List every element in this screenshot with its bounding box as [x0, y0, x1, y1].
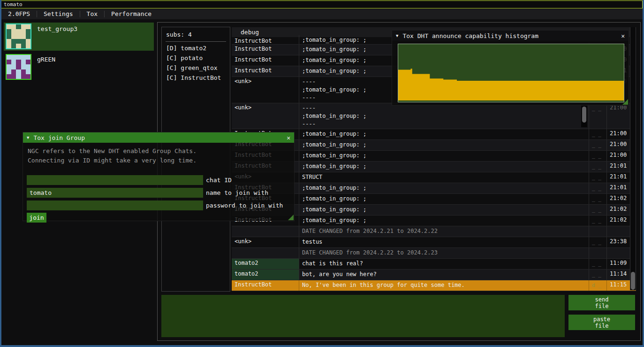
- frame-left: [0, 0, 1, 347]
- avatar-pixel: [26, 74, 30, 79]
- avatar-pixel: [7, 60, 11, 64]
- status-marks: _ _: [589, 140, 606, 150]
- window-title: tomato: [4, 1, 23, 8]
- avatar-pixel: [26, 24, 30, 29]
- timestamp: [606, 248, 629, 258]
- status-marks: _ _: [589, 172, 606, 183]
- fps-indicator: 2.0FPS: [1, 9, 37, 19]
- contact-row-test_group3[interactable]: test_group3: [4, 23, 154, 51]
- avatar-pixel: [16, 74, 21, 79]
- avatar-pixel: [16, 55, 21, 60]
- avatar-pixel: [21, 24, 26, 29]
- menu-item-settings[interactable]: Settings: [37, 9, 80, 19]
- avatar-pixel: [16, 34, 21, 39]
- avatar-pixel: [11, 44, 16, 48]
- histogram-plot: [398, 44, 624, 102]
- status-marks: _ _: [589, 259, 606, 269]
- message-line: ;tomato_in_group: ;: [302, 184, 586, 192]
- status-marks: [589, 226, 606, 237]
- contact-row-gREEN[interactable]: gREEN: [4, 53, 154, 81]
- message-cell: ;tomato_in_group: ;: [299, 151, 589, 161]
- timestamp: 21:00: [606, 103, 629, 129]
- avatar-pixel: [11, 39, 16, 44]
- avatar-pixel: [11, 74, 16, 79]
- avatar-pixel: [26, 60, 30, 64]
- avatar-pixel: [21, 29, 26, 34]
- window-titlebar[interactable]: tomato: [1, 0, 643, 8]
- avatar-pixel: [11, 69, 16, 74]
- avatar-pixel: [7, 34, 11, 39]
- status-marks: [589, 248, 606, 258]
- message-row[interactable]: DATE CHANGED from 2024.2.21 to 2024.2.22: [232, 226, 636, 237]
- message-row[interactable]: tomato2chat is this real?_ _11:09: [232, 259, 636, 270]
- menu-item-performance[interactable]: Performance: [105, 9, 158, 19]
- member-item[interactable]: [D] tomato2: [166, 45, 230, 52]
- timestamp: 21:00: [606, 129, 629, 139]
- status-marks: _ _: [589, 205, 606, 215]
- sender-cell: InstructBot: [232, 55, 299, 66]
- histogram-area-chart: [398, 44, 624, 102]
- message-cell: ;tomato_in_group: ;: [299, 194, 589, 204]
- message-line: DATE CHANGED from 2024.2.21 to 2024.2.22: [302, 227, 586, 235]
- paste-file-button[interactable]: paste file: [568, 315, 635, 330]
- timestamp: 11:14: [606, 270, 629, 280]
- ngc-description-line2: Connecting via ID might take a very long…: [28, 156, 294, 165]
- avatar-pixel: [21, 39, 26, 44]
- inner-scrollbar-handle[interactable]: [582, 107, 586, 123]
- avatar-pixel: [21, 74, 26, 79]
- member-item[interactable]: [C] green_qtox: [166, 64, 230, 71]
- message-row[interactable]: <unk>----;tomato_in_group: ;----_ _21:00: [232, 103, 636, 129]
- join-field-name-to-join-with[interactable]: [27, 188, 203, 198]
- message-cell: No, I've been in this group for quite so…: [299, 280, 589, 291]
- chat-scrollbar-handle[interactable]: [631, 272, 635, 290]
- close-icon[interactable]: ✕: [621, 32, 625, 39]
- join-field-label: password to join with: [206, 200, 283, 210]
- send-file-button[interactable]: send file: [568, 295, 635, 310]
- join-field-label: name to join with: [206, 188, 268, 198]
- join-field-password-to-join-with[interactable]: [27, 200, 203, 210]
- timestamp: 21:00: [606, 151, 629, 161]
- sender-cell: <unk>: [232, 237, 299, 247]
- message-line: testus: [302, 238, 586, 246]
- join-field-chat-ID[interactable]: [27, 175, 203, 185]
- menu-item-tox[interactable]: Tox: [80, 9, 104, 19]
- resize-grip[interactable]: [288, 215, 294, 220]
- avatar-pixel: [11, 24, 16, 29]
- group-avatar: [6, 54, 31, 80]
- avatar-pixel: [7, 24, 11, 29]
- sender-cell: <unk>: [232, 77, 299, 103]
- sender-cell: InstructBot: [232, 66, 299, 77]
- histogram-body: [392, 41, 629, 105]
- member-item[interactable]: [C] potato: [166, 54, 230, 62]
- message-line: ;tomato_in_group: ;: [302, 152, 586, 160]
- message-row[interactable]: <unk>testus_ _23:38: [232, 237, 636, 248]
- message-row[interactable]: DATE CHANGED from 2024.2.22 to 2024.2.23: [232, 248, 636, 259]
- message-row[interactable]: InstructBotNo, I've been in this group f…: [232, 280, 636, 291]
- avatar-pixel: [7, 64, 11, 69]
- message-row[interactable]: tomato2bot, are you new here?_ _11:14: [232, 270, 636, 280]
- message-input[interactable]: [161, 295, 565, 337]
- chat-scrollbar-track[interactable]: [630, 27, 636, 290]
- avatar-pixel: [16, 24, 21, 29]
- avatar-pixel: [26, 64, 30, 69]
- member-item[interactable]: [C] InstructBot: [166, 74, 230, 81]
- histogram-titlebar[interactable]: ▼ Tox DHT announce capability histogram …: [392, 31, 629, 41]
- message-cell: testus: [299, 237, 589, 247]
- join-dialog-title: Tox join Group: [33, 134, 85, 141]
- join-button[interactable]: join: [27, 213, 46, 223]
- avatar-pixel: [21, 55, 26, 60]
- collapse-arrow-icon[interactable]: ▼: [27, 135, 29, 140]
- status-marks: _ _: [589, 162, 606, 172]
- resize-grip[interactable]: [622, 99, 628, 105]
- histogram-series: [398, 69, 624, 100]
- close-icon[interactable]: ✕: [287, 134, 290, 141]
- collapse-arrow-icon[interactable]: ▼: [396, 33, 398, 38]
- status-marks: _ _: [589, 129, 606, 139]
- join-dialog-titlebar[interactable]: ▼ Tox join Group ✕: [23, 132, 294, 143]
- histogram-title: Tox DHT announce capability histogram: [402, 32, 538, 39]
- dht-histogram-window: ▼ Tox DHT announce capability histogram …: [392, 30, 629, 106]
- timestamp: [606, 226, 629, 237]
- status-marks: _ _: [589, 194, 606, 204]
- avatar-pixel: [7, 29, 11, 34]
- avatar-pixel: [26, 39, 30, 44]
